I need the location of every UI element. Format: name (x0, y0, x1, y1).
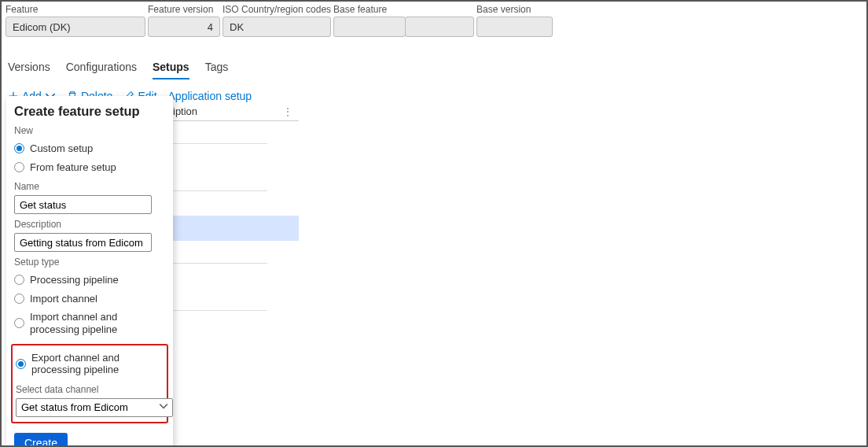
radio-processing-pipeline-label: Processing pipeline (30, 274, 119, 286)
radio-import-and-processing[interactable]: Import channel and processing pipeline (14, 308, 165, 338)
base-version-label: Base version (476, 4, 553, 15)
create-button[interactable]: Create (14, 433, 68, 447)
highlighted-section: Export channel and processing pipeline S… (11, 344, 168, 423)
feature-version-input[interactable] (148, 17, 220, 37)
radio-icon (14, 294, 24, 304)
base-feature-label: Base feature (333, 4, 474, 15)
feature-label: Feature (6, 4, 145, 15)
dialog-title: Create feature setup (14, 104, 165, 119)
table-row[interactable] (173, 263, 299, 288)
radio-processing-pipeline[interactable]: Processing pipeline (14, 271, 165, 290)
radio-icon (14, 162, 24, 172)
description-input[interactable] (14, 233, 152, 252)
iso-input[interactable] (223, 17, 331, 37)
radio-icon (14, 318, 24, 328)
table-row[interactable] (173, 310, 299, 335)
create-feature-setup-dialog: Create feature setup New Custom setup Fr… (6, 96, 173, 447)
radio-icon (14, 275, 24, 285)
column-description-partial: iption (173, 105, 197, 117)
tab-versions[interactable]: Versions (8, 57, 50, 79)
table-row[interactable] (173, 190, 299, 216)
radio-from-feature-setup-label: From feature setup (30, 161, 116, 174)
radio-icon (16, 359, 26, 369)
radio-import-channel-label: Import channel (30, 293, 97, 305)
description-label: Description (14, 219, 165, 230)
radio-from-feature-setup[interactable]: From feature setup (14, 158, 165, 177)
base-feature-input-2[interactable] (405, 17, 474, 37)
radio-custom-setup-label: Custom setup (30, 142, 93, 155)
more-icon[interactable]: ⋮ (283, 106, 299, 117)
feature-input[interactable] (6, 17, 145, 37)
setup-type-label: Setup type (14, 257, 165, 268)
select-data-channel-label: Select data channel (16, 384, 164, 395)
radio-custom-setup[interactable]: Custom setup (14, 139, 165, 158)
radio-import-channel[interactable]: Import channel (14, 290, 165, 308)
data-channel-select[interactable] (16, 398, 173, 417)
base-feature-input-1[interactable] (333, 17, 406, 37)
new-section-label: New (14, 125, 165, 136)
radio-export-and-processing-label: Export channel and processing pipeline (31, 352, 164, 376)
radio-import-and-processing-label: Import channel and processing pipeline (30, 311, 165, 335)
name-input[interactable] (14, 195, 152, 214)
header-fields: Feature Feature version ISO Country/regi… (2, 2, 866, 42)
base-version-input[interactable] (476, 17, 553, 37)
table-row[interactable] (173, 143, 299, 168)
grid-header: iption ⋮ (173, 102, 299, 121)
radio-icon (14, 143, 24, 153)
name-label: Name (14, 181, 165, 192)
tab-tags[interactable]: Tags (205, 57, 229, 79)
table-row[interactable] (173, 216, 299, 241)
application-setup-button[interactable]: Application setup (168, 90, 252, 102)
tab-setups[interactable]: Setups (153, 57, 189, 79)
application-setup-label: Application setup (168, 90, 252, 102)
tabs: Versions Configurations Setups Tags (2, 57, 866, 80)
radio-export-and-processing[interactable]: Export channel and processing pipeline (16, 349, 164, 379)
iso-label: ISO Country/region codes (223, 4, 331, 15)
feature-version-label: Feature version (148, 4, 220, 15)
tab-configurations[interactable]: Configurations (66, 57, 137, 79)
grid-area: iption ⋮ (173, 102, 299, 335)
